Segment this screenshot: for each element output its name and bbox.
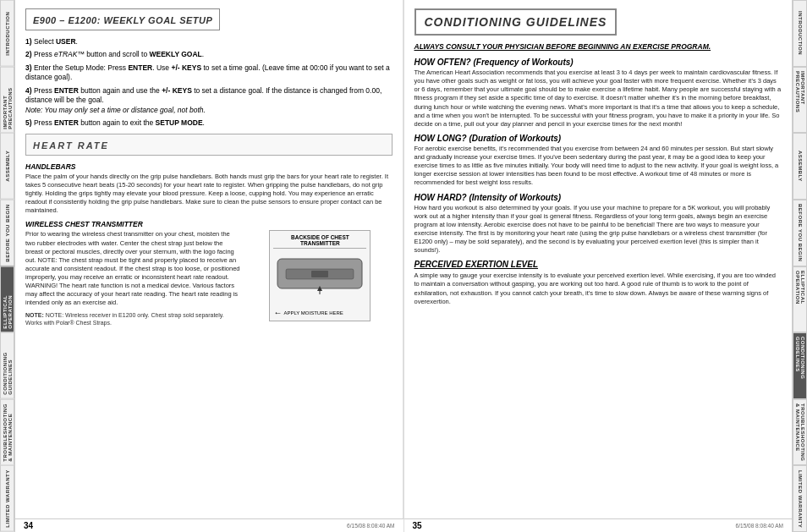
how-often-body: The American Heart Association recommend…: [414, 69, 782, 129]
right-page-num: 35: [413, 521, 422, 530]
left-page: E900 – E1200: WEEKLY GOAL SETUP 1) Selec…: [15, 0, 404, 518]
how-long-body: For aerobic exercise benefits, it's reco…: [414, 145, 782, 188]
left-page-date: 6/15/08 8:08:40 AM: [347, 523, 394, 529]
left-title: E900 – E1200: WEEKLY GOAL SETUP: [33, 15, 212, 25]
step-3: 3) Enter the Setup Mode: Press ENTER. Us…: [25, 63, 393, 83]
main-content: E900 – E1200: WEEKLY GOAL SETUP 1) Selec…: [15, 0, 792, 532]
diagram-col: BACKSIDE OF CHEST TRANSMITTER: [248, 230, 392, 326]
steps-section: 1) Select USER. 2) Press eTRAK™ button a…: [25, 37, 393, 129]
left-tab-assembly[interactable]: ASSEMBLY: [0, 133, 14, 200]
left-tab-warranty[interactable]: LIMITED WARRANTY: [0, 465, 14, 532]
right-tab-conditioning[interactable]: CONDITIONING GUIDELINES: [793, 332, 807, 399]
left-tab-troubleshooting[interactable]: TROUBLESHOOTING & MAINTENANCE: [0, 399, 14, 466]
how-often-title: HOW OFTEN? (Frequency of Workouts): [414, 58, 782, 67]
right-sidebar-tabs: INTRODUCTION IMPORTANT PRECAUTIONS ASSEM…: [792, 0, 807, 532]
right-tab-troubleshooting[interactable]: TROUBLESHOOTING & MAINTENANCE: [793, 399, 807, 466]
left-tab-before[interactable]: BEFORE YOU BEGIN: [0, 200, 14, 266]
wireless-section: WIRELESS CHEST TRANSMITTER Prior to wear…: [25, 220, 393, 326]
transmitter-svg: [273, 252, 366, 303]
left-page-footer: 34 6/15/08 8:08:40 AM: [15, 518, 404, 532]
wireless-title: WIRELESS CHEST TRANSMITTER: [25, 220, 393, 228]
left-tab-elliptical[interactable]: ELLIPTICAL OPERATION: [0, 266, 14, 333]
left-tab-introduction[interactable]: INTRODUCTION: [0, 0, 14, 67]
step-2: 2) Press eTRAK™ button and scroll to WEE…: [25, 50, 393, 59]
right-title-box: CONDITIONING GUIDELINES: [414, 8, 618, 36]
how-hard-title: HOW HARD? (Intensity of Workouts): [414, 193, 782, 202]
apply-moisture-label: ← APPLY MOISTURE HERE: [273, 308, 366, 317]
step-5: 5) Press ENTER button again to exit the …: [25, 118, 393, 128]
wireless-two-col: Prior to wearing the wireless chest tran…: [25, 230, 393, 326]
left-page-wrapper: E900 – E1200: WEEKLY GOAL SETUP 1) Selec…: [15, 0, 404, 532]
right-tab-introduction[interactable]: INTRODUCTION: [793, 0, 807, 67]
perceived-title: PERCEIVED EXERTION LEVEL: [414, 260, 782, 269]
diagram-title: BACKSIDE OF CHEST TRANSMITTER: [273, 234, 366, 249]
handlebars-title: HANDLEBARS: [25, 162, 393, 171]
right-page-date: 6/15/08 8:08:40 AM: [736, 523, 783, 529]
right-tab-warranty[interactable]: LIMITED WARRANTY: [793, 465, 807, 532]
how-long-title: HOW LONG? (Duration of Workouts): [414, 134, 782, 143]
right-tab-before[interactable]: BEFORE YOU BEGIN: [793, 200, 807, 266]
right-tab-assembly[interactable]: ASSEMBLY: [793, 133, 807, 200]
consult-notice: ALWAYS CONSULT YOUR PHYSICIAN BEFORE BEG…: [414, 42, 782, 51]
right-page: CONDITIONING GUIDELINES ALWAYS CONSULT Y…: [404, 0, 793, 518]
wireless-note: NOTE: NOTE: Wireless receiver in E1200 o…: [25, 311, 241, 326]
how-hard-body: How hard you workout is also determined …: [414, 204, 782, 255]
left-tab-conditioning[interactable]: CONDITIONING GUIDELINES: [0, 332, 14, 399]
svg-rect-2: [311, 271, 328, 277]
perceived-section: PERCEIVED EXERTION LEVEL A simple way to…: [414, 260, 782, 306]
right-tab-precautions[interactable]: IMPORTANT PRECAUTIONS: [793, 67, 807, 134]
wireless-body: Prior to wearing the wireless chest tran…: [25, 230, 241, 307]
heart-rate-box: HEART RATE: [25, 134, 393, 156]
wireless-text: Prior to wearing the wireless chest tran…: [25, 230, 241, 326]
right-page-wrapper: CONDITIONING GUIDELINES ALWAYS CONSULT Y…: [404, 0, 793, 532]
note-content: NOTE: Wireless receiver in E1200 only. C…: [25, 312, 224, 326]
handlebars-section: HANDLEBARS Place the palm of your hands …: [25, 162, 393, 216]
how-often-section: HOW OFTEN? (Frequency of Workouts) The A…: [414, 58, 782, 129]
step-4: 4) Press ENTER button again and use the …: [25, 86, 393, 115]
how-hard-section: HOW HARD? (Intensity of Workouts) How ha…: [414, 193, 782, 255]
transmitter-diagram: BACKSIDE OF CHEST TRANSMITTER: [269, 230, 371, 321]
how-long-section: HOW LONG? (Duration of Workouts) For aer…: [414, 134, 782, 188]
handlebars-body: Place the palm of your hands directly on…: [25, 173, 393, 216]
left-page-num: 34: [24, 521, 33, 530]
left-sidebar-tabs: INTRODUCTION IMPORTANT PRECAUTIONS ASSEM…: [0, 0, 15, 532]
heart-rate-title: HEART RATE: [33, 140, 109, 151]
left-tab-precautions[interactable]: IMPORTANT PRECAUTIONS: [0, 67, 14, 134]
right-tab-elliptical[interactable]: ELLIPTICAL OPERATION: [793, 266, 807, 333]
right-page-footer: 35 6/15/08 8:08:40 AM: [404, 518, 793, 532]
perceived-body: A simple way to gauge your exercise inte…: [414, 271, 782, 306]
right-title: CONDITIONING GUIDELINES: [425, 15, 607, 29]
left-title-box: E900 – E1200: WEEKLY GOAL SETUP: [25, 8, 220, 30]
step-1: 1) Select USER.: [25, 37, 393, 47]
